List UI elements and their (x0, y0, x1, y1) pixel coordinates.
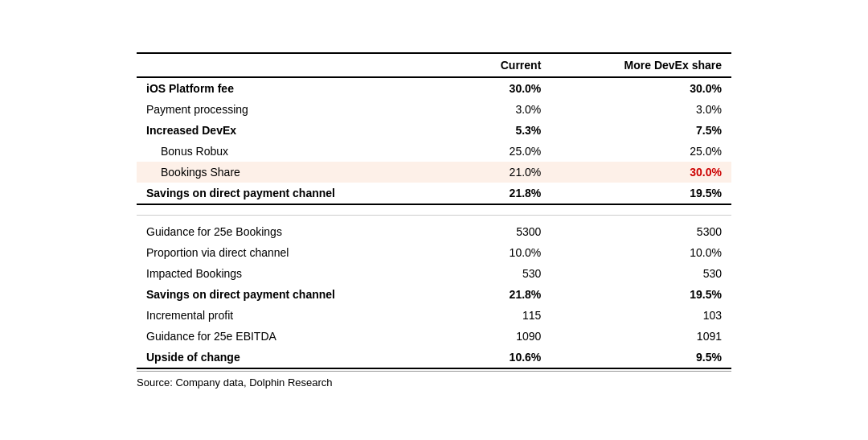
row-current-upside-change: 10.6% (458, 347, 551, 368)
row-current-proportion-direct: 10.0% (458, 242, 551, 263)
row-devex-guidance-bookings: 5300 (551, 215, 731, 242)
row-label-impacted-bookings: Impacted Bookings (137, 263, 458, 284)
row-devex-increased-devex: 7.5% (551, 120, 731, 141)
row-devex-savings-direct-2: 19.5% (551, 284, 731, 305)
row-devex-upside-change: 9.5% (551, 347, 731, 368)
row-current-increased-devex: 5.3% (458, 120, 551, 141)
row-current-bonus-robux: 25.0% (458, 141, 551, 162)
row-current-bookings-share: 21.0% (458, 162, 551, 183)
row-current-impacted-bookings: 530 (458, 263, 551, 284)
row-label-savings-direct-1: Savings on direct payment channel (137, 183, 458, 204)
row-label-payment-processing: Payment processing (137, 99, 458, 120)
row-label-bonus-robux: Bonus Robux (137, 141, 458, 162)
row-label-incremental-profit: Incremental profit (137, 305, 458, 326)
table-row-ios-platform-fee: iOS Platform fee30.0%30.0% (137, 77, 731, 99)
row-devex-incremental-profit: 103 (551, 305, 731, 326)
table-row-savings-direct-2: Savings on direct payment channel21.8%19… (137, 284, 731, 305)
row-label-upside-change: Upside of change (137, 347, 458, 368)
row-current-savings-direct-2: 21.8% (458, 284, 551, 305)
row-devex-proportion-direct: 10.0% (551, 242, 731, 263)
row-devex-savings-direct-1: 19.5% (551, 183, 731, 204)
row-devex-bookings-share: 30.0% (551, 162, 731, 183)
financial-table: Current More DevEx share iOS Platform fe… (137, 52, 731, 389)
table-row-increased-devex: Increased DevEx5.3%7.5% (137, 120, 731, 141)
col-header-label (137, 53, 458, 77)
table-row-guidance-bookings: Guidance for 25e Bookings53005300 (137, 215, 731, 242)
row-current-savings-direct-1: 21.8% (458, 183, 551, 204)
table-row-guidance-ebitda: Guidance for 25e EBITDA10901091 (137, 326, 731, 347)
col-header-more-devex: More DevEx share (551, 53, 731, 77)
col-header-current: Current (458, 53, 551, 77)
row-devex-guidance-ebitda: 1091 (551, 326, 731, 347)
table-row-upside-change: Upside of change10.6%9.5% (137, 347, 731, 368)
table-row-impacted-bookings: Impacted Bookings530530 (137, 263, 731, 284)
table-row-payment-processing: Payment processing3.0%3.0% (137, 99, 731, 120)
row-devex-payment-processing: 3.0% (551, 99, 731, 120)
table-row-bookings-share: Bookings Share21.0%30.0% (137, 162, 731, 183)
row-label-guidance-ebitda: Guidance for 25e EBITDA (137, 326, 458, 347)
row-devex-bonus-robux: 25.0% (551, 141, 731, 162)
table-row-proportion-direct: Proportion via direct channel10.0%10.0% (137, 242, 731, 263)
source-note: Source: Company data, Dolphin Research (137, 371, 731, 389)
row-current-guidance-bookings: 5300 (458, 215, 551, 242)
table-row-savings-direct-1: Savings on direct payment channel21.8%19… (137, 183, 731, 204)
row-label-savings-direct-2: Savings on direct payment channel (137, 284, 458, 305)
table-row-bonus-robux: Bonus Robux25.0%25.0% (137, 141, 731, 162)
row-label-proportion-direct: Proportion via direct channel (137, 242, 458, 263)
row-devex-impacted-bookings: 530 (551, 263, 731, 284)
row-devex-ios-platform-fee: 30.0% (551, 77, 731, 99)
row-label-bookings-share: Bookings Share (137, 162, 458, 183)
row-current-payment-processing: 3.0% (458, 99, 551, 120)
row-current-incremental-profit: 115 (458, 305, 551, 326)
row-label-ios-platform-fee: iOS Platform fee (137, 77, 458, 99)
row-label-guidance-bookings: Guidance for 25e Bookings (137, 215, 458, 242)
row-current-guidance-ebitda: 1090 (458, 326, 551, 347)
table-row-incremental-profit: Incremental profit115103 (137, 305, 731, 326)
row-label-increased-devex: Increased DevEx (137, 120, 458, 141)
section-spacer (137, 204, 731, 216)
row-current-ios-platform-fee: 30.0% (458, 77, 551, 99)
